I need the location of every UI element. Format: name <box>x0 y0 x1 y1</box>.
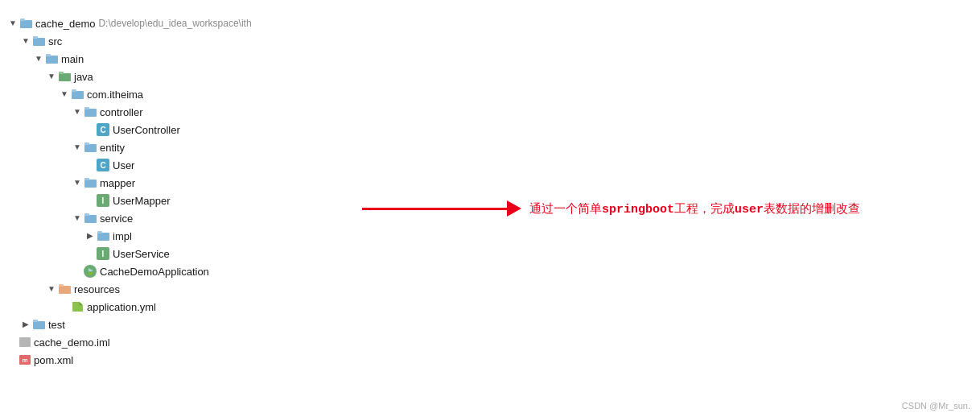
tree-node-test[interactable]: test <box>8 316 330 333</box>
folder-icon-java <box>58 70 71 83</box>
arrow-pom-xml <box>8 355 18 365</box>
svg-rect-2 <box>33 38 45 46</box>
node-label-pom-xml: pom.xml <box>34 354 73 366</box>
node-label-user: User <box>113 159 134 171</box>
tree-node-resources[interactable]: resources <box>8 280 330 298</box>
arrow-service[interactable] <box>72 213 82 223</box>
arrow-cache-demo[interactable] <box>8 19 18 28</box>
arrow-src[interactable] <box>21 36 31 46</box>
arrow-controller[interactable] <box>72 107 82 117</box>
svg-rect-18 <box>97 233 109 241</box>
node-label-mapper: mapper <box>100 177 135 189</box>
folder-icon-service <box>84 212 97 225</box>
arrow-entity[interactable] <box>72 142 82 152</box>
annotation-text-part1: 通过一个简单 <box>529 201 602 215</box>
node-path-cache-demo: D:\develop\edu_idea_workspace\ith <box>98 18 251 29</box>
tree-node-user[interactable]: C User <box>8 156 330 174</box>
svg-rect-20 <box>59 286 71 294</box>
yml-icon-application <box>71 300 84 313</box>
arrow-resources[interactable] <box>47 284 56 294</box>
svg-marker-23 <box>79 302 82 305</box>
class-icon-user-mapper: I <box>97 194 109 207</box>
arrow-test[interactable] <box>21 320 31 329</box>
annotation-text-part2: 工程，完成 <box>674 201 735 215</box>
tree-node-cache-demo-iml[interactable]: cache_demo.iml <box>8 333 330 351</box>
annotation-area: 通过一个简单springboot工程，完成user表数据的增删改查 <box>338 8 980 409</box>
arrow-com-itheima[interactable] <box>60 89 69 99</box>
arrow-cache-demo-iml <box>8 337 18 347</box>
file-tree: cache_demo D:\develop\edu_idea_workspace… <box>0 8 338 409</box>
tree-node-java[interactable]: java <box>8 68 330 85</box>
tree-node-user-controller[interactable]: C UserController <box>8 121 330 138</box>
springboot-icon-cache-demo-app: 🍃 <box>84 265 97 278</box>
node-label-com-itheima: com.itheima <box>87 89 143 101</box>
svg-rect-9 <box>72 89 76 92</box>
folder-icon-com-itheima <box>71 88 84 101</box>
tree-node-impl[interactable]: impl <box>8 227 330 245</box>
tree-node-controller[interactable]: controller <box>8 103 330 121</box>
node-label-test: test <box>48 319 65 331</box>
tree-node-entity[interactable]: entity <box>8 138 330 156</box>
svg-rect-25 <box>33 320 38 322</box>
class-icon-user-service: I <box>97 247 109 260</box>
annotation-arrow-group: 通过一个简单springboot工程，完成user表数据的增删改查 <box>362 200 860 217</box>
arrow-user-mapper <box>85 196 95 205</box>
node-label-cache-demo: cache_demo <box>35 18 95 30</box>
tree-node-mapper[interactable]: mapper <box>8 174 330 192</box>
svg-rect-7 <box>59 72 64 74</box>
arrow-line <box>362 208 507 210</box>
tree-node-cache-demo-app[interactable]: 🍃 CacheDemoApplication <box>8 262 330 280</box>
svg-rect-19 <box>97 231 102 233</box>
svg-rect-21 <box>59 284 64 287</box>
arrow-user-service <box>85 249 95 258</box>
tree-node-application-yml[interactable]: application.yml <box>8 298 330 316</box>
annotation-text-mono: springboot <box>602 203 674 217</box>
svg-rect-4 <box>46 56 58 64</box>
svg-rect-6 <box>59 73 71 81</box>
arrow-user <box>85 160 95 170</box>
arrow-mapper[interactable] <box>72 178 82 188</box>
tree-node-com-itheima[interactable]: com.itheima <box>8 85 330 103</box>
class-icon-user: C <box>97 159 109 171</box>
pom-icon: m <box>19 355 31 365</box>
watermark: CSDN @Mr_sun. <box>902 401 970 411</box>
arrow-cache-demo-app <box>72 266 82 276</box>
annotation-text-mono2: user <box>735 203 764 217</box>
iml-icon <box>19 337 31 347</box>
folder-icon-controller <box>84 105 97 118</box>
svg-marker-22 <box>72 302 83 312</box>
node-label-user-mapper: UserMapper <box>113 195 171 207</box>
folder-icon-src <box>32 35 45 47</box>
svg-rect-5 <box>46 54 51 56</box>
arrow-user-controller <box>85 125 95 134</box>
svg-rect-12 <box>84 144 97 152</box>
annotation-text: 通过一个简单springboot工程，完成user表数据的增删改查 <box>529 201 860 217</box>
tree-node-main[interactable]: main <box>8 50 330 68</box>
arrow-main[interactable] <box>34 54 43 64</box>
tree-node-src[interactable]: src <box>8 32 330 50</box>
node-label-entity: entity <box>100 142 125 154</box>
node-label-cache-demo-iml: cache_demo.iml <box>34 336 110 349</box>
node-label-user-service: UserService <box>113 248 170 260</box>
node-label-service: service <box>100 213 133 225</box>
svg-rect-15 <box>84 178 89 180</box>
node-label-application-yml: application.yml <box>87 301 156 313</box>
tree-node-user-mapper[interactable]: I UserMapper <box>8 192 330 209</box>
tree-node-service[interactable]: service <box>8 209 330 227</box>
arrow-impl[interactable] <box>85 231 95 241</box>
tree-node-cache-demo[interactable]: cache_demo D:\develop\edu_idea_workspace… <box>8 14 330 32</box>
svg-rect-3 <box>33 36 38 39</box>
svg-rect-0 <box>20 20 32 28</box>
class-icon-user-controller: C <box>97 123 109 136</box>
arrow-head <box>507 200 521 217</box>
svg-rect-16 <box>84 215 97 223</box>
node-label-user-controller: UserController <box>113 124 180 136</box>
svg-rect-14 <box>84 180 97 188</box>
svg-rect-1 <box>20 19 25 21</box>
tree-node-pom-xml[interactable]: m pom.xml <box>8 351 330 369</box>
svg-rect-13 <box>84 142 89 145</box>
tree-node-user-service[interactable]: I UserService <box>8 245 330 262</box>
svg-rect-8 <box>72 91 84 99</box>
arrow-application-yml <box>60 302 69 312</box>
arrow-java[interactable] <box>47 72 56 81</box>
